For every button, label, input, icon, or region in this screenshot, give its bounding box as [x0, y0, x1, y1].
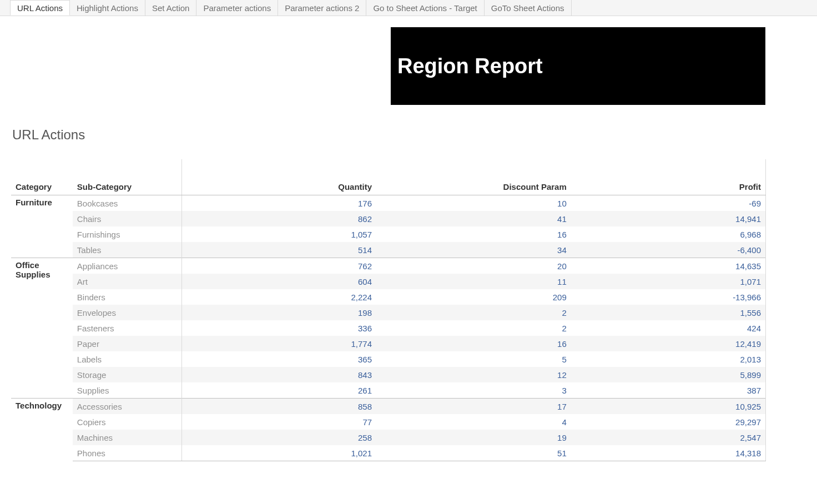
- tab-set-action[interactable]: Set Action: [145, 0, 197, 16]
- discount-cell[interactable]: 3: [376, 382, 571, 399]
- profit-cell[interactable]: 14,635: [571, 258, 766, 274]
- table-row[interactable]: Chairs8624114,941: [11, 211, 766, 226]
- sub-category-cell[interactable]: Appliances: [73, 258, 182, 274]
- table-row[interactable]: Envelopes19821,556: [11, 305, 766, 320]
- quantity-cell[interactable]: 604: [181, 274, 376, 289]
- discount-cell[interactable]: 16: [376, 336, 571, 351]
- quantity-cell[interactable]: 198: [181, 305, 376, 320]
- profit-cell[interactable]: 29,297: [571, 414, 766, 430]
- discount-cell[interactable]: 17: [376, 399, 571, 415]
- sub-category-cell[interactable]: Envelopes: [73, 305, 182, 320]
- quantity-cell[interactable]: 258: [181, 430, 376, 445]
- quantity-cell[interactable]: 843: [181, 367, 376, 382]
- table-row[interactable]: Furnishings1,057166,968: [11, 226, 766, 242]
- discount-cell[interactable]: 41: [376, 211, 571, 226]
- tab-goto-sheet-actions[interactable]: GoTo Sheet Actions: [485, 0, 572, 16]
- quantity-cell[interactable]: 2,224: [181, 289, 376, 305]
- quantity-cell[interactable]: 77: [181, 414, 376, 430]
- profit-cell[interactable]: 14,318: [571, 445, 766, 461]
- sub-category-cell[interactable]: Accessories: [73, 399, 182, 415]
- table-row[interactable]: Art604111,071: [11, 274, 766, 289]
- sub-category-cell[interactable]: Labels: [73, 351, 182, 367]
- profit-cell[interactable]: 424: [571, 320, 766, 336]
- quantity-cell[interactable]: 365: [181, 351, 376, 367]
- profit-cell[interactable]: 387: [571, 382, 766, 399]
- profit-cell[interactable]: 2,013: [571, 351, 766, 367]
- tab-go-to-sheet-actions-target[interactable]: Go to Sheet Actions - Target: [366, 0, 484, 16]
- profit-cell[interactable]: 5,899: [571, 367, 766, 382]
- table-row[interactable]: Paper1,7741612,419: [11, 336, 766, 351]
- tab-parameter-actions-2[interactable]: Parameter actions 2: [278, 0, 366, 16]
- discount-cell[interactable]: 10: [376, 195, 571, 211]
- sub-category-cell[interactable]: Furnishings: [73, 226, 182, 242]
- sub-category-cell[interactable]: Copiers: [73, 414, 182, 430]
- quantity-cell[interactable]: 858: [181, 399, 376, 415]
- profit-cell[interactable]: 1,071: [571, 274, 766, 289]
- profit-cell[interactable]: 1,556: [571, 305, 766, 320]
- category-cell[interactable]: OfficeSupplies: [11, 258, 73, 399]
- discount-cell[interactable]: 209: [376, 289, 571, 305]
- quantity-cell[interactable]: 862: [181, 211, 376, 226]
- sub-category-cell[interactable]: Fasteners: [73, 320, 182, 336]
- sub-category-cell[interactable]: Supplies: [73, 382, 182, 399]
- col-category[interactable]: Category: [11, 159, 73, 195]
- table-row[interactable]: Supplies2613387: [11, 382, 766, 399]
- discount-cell[interactable]: 4: [376, 414, 571, 430]
- quantity-cell[interactable]: 336: [181, 320, 376, 336]
- tab-url-actions[interactable]: URL Actions: [10, 0, 70, 16]
- sub-category-cell[interactable]: Machines: [73, 430, 182, 445]
- sub-category-cell[interactable]: Tables: [73, 242, 182, 258]
- profit-cell[interactable]: 2,547: [571, 430, 766, 445]
- table-row[interactable]: Fasteners3362424: [11, 320, 766, 336]
- quantity-cell[interactable]: 261: [181, 382, 376, 399]
- quantity-cell[interactable]: 1,774: [181, 336, 376, 351]
- table-row[interactable]: Labels36552,013: [11, 351, 766, 367]
- profit-cell[interactable]: 6,968: [571, 226, 766, 242]
- discount-cell[interactable]: 2: [376, 320, 571, 336]
- profit-cell[interactable]: -69: [571, 195, 766, 211]
- table-row[interactable]: OfficeSuppliesAppliances7622014,635: [11, 258, 766, 274]
- quantity-cell[interactable]: 1,021: [181, 445, 376, 461]
- tab-highlight-actions[interactable]: Highlight Actions: [70, 0, 145, 16]
- tab-parameter-actions[interactable]: Parameter actions: [196, 0, 278, 16]
- profit-cell[interactable]: 14,941: [571, 211, 766, 226]
- discount-cell[interactable]: 5: [376, 351, 571, 367]
- quantity-cell[interactable]: 176: [181, 195, 376, 211]
- discount-cell[interactable]: 12: [376, 367, 571, 382]
- profit-cell[interactable]: 10,925: [571, 399, 766, 415]
- discount-cell[interactable]: 16: [376, 226, 571, 242]
- discount-cell[interactable]: 20: [376, 258, 571, 274]
- col-profit[interactable]: Profit: [571, 159, 766, 195]
- profit-cell[interactable]: 12,419: [571, 336, 766, 351]
- profit-cell[interactable]: -13,966: [571, 289, 766, 305]
- quantity-cell[interactable]: 762: [181, 258, 376, 274]
- sub-category-cell[interactable]: Phones: [73, 445, 182, 461]
- table-row[interactable]: Tables51434-6,400: [11, 242, 766, 258]
- quantity-cell[interactable]: 1,057: [181, 226, 376, 242]
- sub-category-cell[interactable]: Bookcases: [73, 195, 182, 211]
- table-row[interactable]: Storage843125,899: [11, 367, 766, 382]
- profit-cell[interactable]: -6,400: [571, 242, 766, 258]
- sub-category-cell[interactable]: Paper: [73, 336, 182, 351]
- col-quantity[interactable]: Quantity: [181, 159, 376, 195]
- category-cell[interactable]: Technology: [11, 399, 73, 461]
- table-row[interactable]: Machines258192,547: [11, 430, 766, 445]
- table-row[interactable]: Copiers77429,297: [11, 414, 766, 430]
- table-row[interactable]: TechnologyAccessories8581710,925: [11, 399, 766, 415]
- discount-cell[interactable]: 51: [376, 445, 571, 461]
- col-discount-param[interactable]: Discount Param: [376, 159, 571, 195]
- table-row[interactable]: FurnitureBookcases17610-69: [11, 195, 766, 211]
- quantity-cell[interactable]: 514: [181, 242, 376, 258]
- discount-cell[interactable]: 11: [376, 274, 571, 289]
- category-cell[interactable]: Furniture: [11, 195, 73, 258]
- discount-cell[interactable]: 2: [376, 305, 571, 320]
- table-row[interactable]: Binders2,224209-13,966: [11, 289, 766, 305]
- sub-category-cell[interactable]: Art: [73, 274, 182, 289]
- discount-cell[interactable]: 19: [376, 430, 571, 445]
- sub-category-cell[interactable]: Binders: [73, 289, 182, 305]
- table-row[interactable]: Phones1,0215114,318: [11, 445, 766, 461]
- sub-category-cell[interactable]: Storage: [73, 367, 182, 382]
- sub-category-cell[interactable]: Chairs: [73, 211, 182, 226]
- col-sub-category[interactable]: Sub-Category: [73, 159, 182, 195]
- discount-cell[interactable]: 34: [376, 242, 571, 258]
